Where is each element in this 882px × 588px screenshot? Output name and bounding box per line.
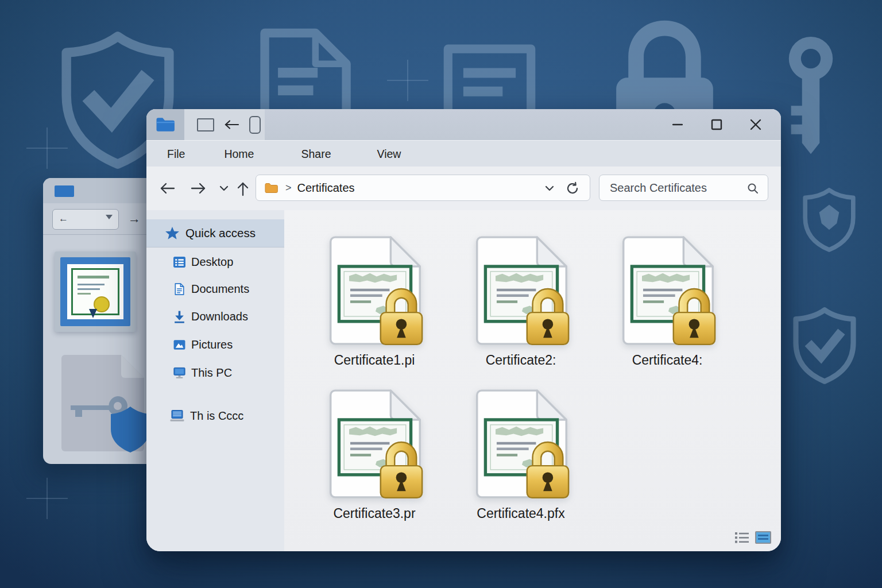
background-explorer-window: ← → <box>43 178 148 464</box>
certificate-lock-file-icon <box>470 234 571 347</box>
certificate-border <box>71 268 119 315</box>
file-name: Certificate4: <box>598 353 736 368</box>
certificate-lock-file-icon <box>324 388 425 500</box>
window-controls <box>658 109 775 140</box>
sidebar-item-label: Desktop <box>191 256 233 269</box>
square-icon <box>197 118 214 131</box>
sidebar-item-desktop[interactable]: Desktop <box>146 249 284 276</box>
file-certificate4a[interactable]: Certificate4: <box>598 234 736 368</box>
sidebar-item-label: Downloads <box>191 310 248 323</box>
sidebar-item-quick-access[interactable]: Quick access <box>146 219 284 247</box>
file-name: Certificate4.pfx <box>452 506 590 521</box>
address-bar[interactable]: > Certificates <box>256 175 590 201</box>
list-view-icon[interactable] <box>734 531 749 544</box>
titlebar[interactable] <box>146 109 781 140</box>
file-name: Certificate2: <box>452 353 590 368</box>
thumbnail-view-icon[interactable] <box>755 531 772 544</box>
seal-icon <box>94 296 110 312</box>
forward-arrow-icon[interactable]: → <box>128 211 141 226</box>
menu-home[interactable]: Home <box>217 148 261 161</box>
file-name: Certificate3.pr <box>305 506 443 521</box>
maximize-button[interactable] <box>697 109 736 140</box>
crosshair-mark <box>26 478 68 519</box>
certificate-frame <box>60 257 130 326</box>
menu-share[interactable]: Share <box>294 148 338 161</box>
key-shield-document[interactable] <box>57 351 148 455</box>
up-arrow-icon[interactable] <box>236 181 250 196</box>
file-grid: Certificate1.pi Certificate2: Certificat… <box>284 210 781 551</box>
refresh-icon[interactable] <box>566 181 579 195</box>
sidebar-item-pictures[interactable]: Pictures <box>146 331 284 358</box>
sidebar: Quick access Desktop <box>146 210 285 551</box>
breadcrumb-location[interactable]: Certificates <box>297 181 355 195</box>
ribbon-icon <box>89 309 97 318</box>
pill-icon <box>249 116 261 134</box>
chevron-down-icon[interactable] <box>545 185 554 191</box>
close-button[interactable] <box>736 109 775 140</box>
crosshair-mark <box>387 60 428 101</box>
breadcrumb-separator: > <box>285 182 292 194</box>
forward-arrow-icon[interactable] <box>191 181 206 195</box>
app-icon-box <box>146 109 184 140</box>
folder-icon <box>155 117 176 133</box>
sidebar-item-downloads[interactable]: Downloads <box>146 303 284 330</box>
certificate-lock-file-icon <box>617 234 718 347</box>
chevron-down-icon[interactable] <box>219 185 229 191</box>
file-certificate3[interactable]: Certificate3.pr <box>305 388 443 521</box>
window-body: Quick access Desktop <box>146 210 781 551</box>
sidebar-item-label: This PC <box>191 366 232 380</box>
shield-badge-icon <box>800 183 858 257</box>
magnifier-icon[interactable] <box>747 183 759 194</box>
rear-app-icon <box>55 185 74 197</box>
star-icon <box>165 226 180 241</box>
sidebar-item-this-pc-footer[interactable]: Th is Cccc <box>146 403 284 430</box>
laptop-icon <box>169 409 185 423</box>
certificate-lock-file-icon <box>324 234 425 347</box>
rear-titlebar <box>43 178 148 203</box>
sidebar-item-documents[interactable]: Documents <box>146 276 284 303</box>
folder-icon <box>264 183 278 194</box>
quick-access-label: Quick access <box>185 226 256 240</box>
sidebar-item-this-pc[interactable]: This PC <box>146 359 284 386</box>
chevron-down-icon[interactable] <box>106 215 113 219</box>
security-certificates-desktop: { "desktop_background": { "theme": "secu… <box>0 0 882 588</box>
certificate-paper <box>67 264 123 319</box>
crosshair-mark <box>26 127 68 169</box>
search-input[interactable]: Search Certificates <box>599 175 768 201</box>
rear-nav-box[interactable]: ← <box>52 209 119 230</box>
file-name: Certificate1.pi <box>305 353 443 368</box>
minimize-button[interactable] <box>658 109 697 140</box>
file-certificate1[interactable]: Certificate1.pi <box>305 234 443 368</box>
sidebar-item-label: Th is Cccc <box>190 409 243 423</box>
rear-toolbar: ← → <box>43 203 148 235</box>
file-certificate2[interactable]: Certificate2: <box>452 234 590 368</box>
certificate-lock-file-icon <box>470 388 571 500</box>
back-arrow-icon[interactable] <box>160 181 175 195</box>
sidebar-item-label: Documents <box>191 283 249 296</box>
navigation-toolbar: > Certificates Search Certificates <box>146 167 781 211</box>
file-certificate4-pfx[interactable]: Certificate4.pfx <box>452 388 590 521</box>
computer-icon <box>173 366 186 380</box>
menu-view[interactable]: View <box>370 148 408 161</box>
back-arrow-icon[interactable]: ← <box>59 213 68 225</box>
search-placeholder: Search Certificates <box>610 181 707 195</box>
menu-file[interactable]: File <box>160 148 192 161</box>
desktop-icon <box>173 256 186 269</box>
pictures-icon <box>173 338 186 351</box>
explorer-tab[interactable] <box>184 109 265 140</box>
back-arrow-icon[interactable] <box>223 119 239 130</box>
explorer-window: File Home Share View > Certificates <box>146 109 781 551</box>
certificate-thumbnail[interactable] <box>55 252 136 332</box>
shield-check-icon <box>790 300 860 392</box>
sidebar-item-label: Pictures <box>191 338 233 351</box>
menu-bar: File Home Share View <box>146 140 781 167</box>
download-icon <box>173 310 186 323</box>
view-toggle-group <box>734 531 772 544</box>
document-icon <box>173 283 186 296</box>
key-icon <box>779 36 843 156</box>
